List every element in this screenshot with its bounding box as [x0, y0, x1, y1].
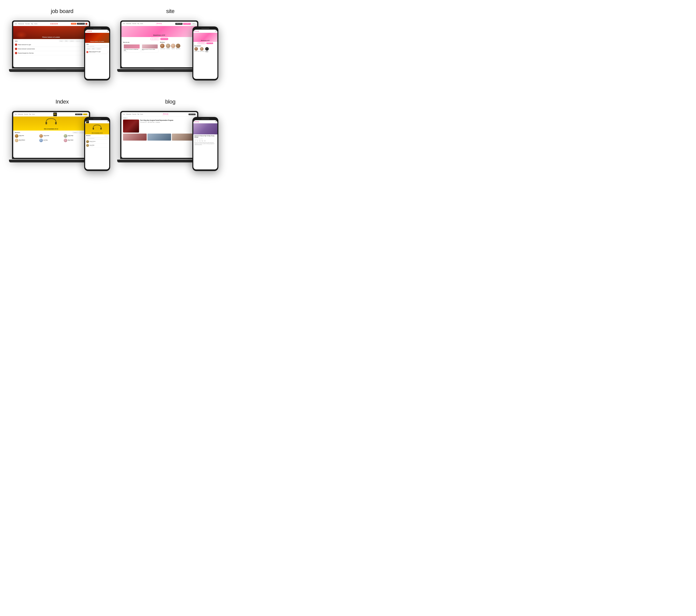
site-member-avatar-3[interactable] [171, 44, 175, 48]
idx-nav-jobs[interactable]: Jobs [15, 114, 17, 115]
idx-member-av-3 [64, 134, 67, 138]
list-item[interactable]: Herman Conner DJ · Events DJ [86, 140, 108, 144]
site-nav-professionals[interactable]: Professionals [126, 23, 131, 24]
table-row[interactable]: Physical therapist for a Part time Part … [15, 51, 88, 55]
ph-idx-brand: DJ [86, 120, 89, 123]
jb-filter-location[interactable]: Location ▾ [69, 40, 75, 42]
idx-member-name-3: Polly Ortega [68, 135, 73, 136]
jb-hero: Fitness trainers of London [13, 26, 89, 39]
ph-site-member-av-2[interactable] [200, 47, 204, 51]
jb-nav-blog[interactable]: Blog [31, 23, 33, 25]
idx-member-sub-3: DJ · LA [68, 136, 73, 137]
jb-nav-recruiters[interactable]: Recruiters [26, 23, 30, 25]
jb-user-avatar[interactable] [85, 23, 88, 25]
idx-signup-button[interactable]: SIGN UP [83, 114, 88, 115]
blog-nav-blog[interactable]: Blog [138, 114, 139, 115]
ph-blog-facebook-icon[interactable]: f [194, 140, 196, 142]
ph-idx-member-info-2: Jorge Valdez DJ · Events DJ [90, 145, 94, 146]
site-member-avatar-4[interactable] [176, 44, 180, 48]
idx-nav-professionals[interactable]: Professionals [18, 114, 23, 115]
ph-blog-email-icon[interactable]: ✉ [204, 140, 206, 142]
site-job-card-2[interactable]: Makeup artist for TV show on BBC MORE [141, 44, 159, 52]
list-item[interactable]: Edwin Ortiz DJ · LA [15, 134, 38, 138]
ph-jb-menu-icon[interactable]: ≡ [107, 30, 108, 32]
idx-category-filter[interactable]: Category ▾ [73, 132, 78, 133]
jb-nav-jobs[interactable]: Jobs [15, 23, 17, 25]
list-item[interactable]: Polly Ortega DJ · LA [64, 134, 88, 138]
blog-card-1[interactable] [123, 133, 147, 141]
jb-filter-scope[interactable]: Scope ▾ [59, 40, 64, 42]
site-join-button[interactable]: JOIN COMMUNITY [183, 23, 191, 25]
ph-idx-search[interactable]: Search professional [86, 137, 108, 139]
list-item[interactable]: Barry Roberts DJ · LA [15, 139, 38, 142]
jb-job-logo-3 [15, 52, 17, 54]
ph-jb-filter-skills[interactable]: Skills ▾ [91, 48, 95, 50]
site-job-card-1[interactable]: Acrylic Nail Technician for GIDAS Nail s… [123, 44, 140, 52]
ph-blog-brand: Beauty [194, 121, 199, 123]
blog-nav-professionals[interactable]: Professionals [126, 114, 131, 115]
idx-create-button[interactable]: CREATE JOB AD [75, 114, 82, 115]
table-row[interactable]: Pilates instructor for a gym Full time [15, 43, 88, 47]
blog-nav-events[interactable]: Events [140, 114, 143, 115]
idx-member-av-5 [39, 139, 43, 142]
ph-idx-member-name-1: Herman Conner [90, 141, 96, 142]
blog-featured-content: The 6 Step Non Surgical Facial Rejuvenat… [140, 119, 173, 133]
list-item[interactable]: Bryan Taylor DJ · LA [64, 139, 88, 142]
site-recruit-button[interactable]: RECRUIT HERE [160, 38, 168, 40]
ph-blog-menu-icon[interactable]: ≡ [215, 121, 216, 123]
laptop-notch-blog [154, 160, 164, 160]
idx-member-info-4: Barry Roberts DJ · LA [19, 140, 25, 141]
ph-site-member-av-1[interactable] [194, 47, 198, 51]
ph-site-member-av-3[interactable] [205, 47, 209, 51]
idx-member-info-3: Polly Ortega DJ · LA [68, 135, 73, 137]
list-item[interactable]: Jorge Valdez DJ · Events DJ [86, 144, 108, 147]
jb-nav-events[interactable]: Events [34, 23, 37, 25]
site-login-button[interactable]: LOGIN [191, 23, 195, 25]
jb-upgrade-button[interactable]: UPGRADE [71, 23, 77, 25]
site-create-button[interactable]: CREATE JOB AD [175, 23, 182, 25]
phone-notch-blog [201, 118, 209, 119]
blog-main: Category ▾ The 6 Step Non Surgical Facia… [122, 116, 197, 142]
ph-idx-menu-icon[interactable]: ≡ [107, 121, 108, 123]
idx-nav-recruiters[interactable]: Recruiters [24, 114, 29, 115]
blog-create-button[interactable]: CREATE JOB AD [189, 114, 195, 115]
ph-jb-search[interactable]: Search professional [86, 46, 108, 47]
site-member-avatar-1[interactable] [160, 44, 164, 48]
table-row[interactable]: Fitness instructor / personal trainer Fu… [15, 47, 88, 51]
site-members-label: Members [160, 42, 195, 43]
list-item[interactable]: Theresa Hale DJ · LA [39, 134, 63, 138]
ph-jb-filter-scope[interactable]: Scope ▾ [86, 48, 91, 50]
site-nav: Jobs Professionals Recruiters Blog Event… [122, 22, 197, 26]
ph-site-recruit-button[interactable]: RECRUIT HERE [206, 43, 213, 44]
idx-member-name-4: Barry Roberts [19, 140, 25, 141]
idx-headphone-icon [45, 117, 57, 125]
ph-jb-filter-location[interactable]: Location ▾ [96, 48, 101, 50]
site-nav-blog[interactable]: Blog [138, 23, 139, 24]
ph-site-join-button[interactable]: JOIN COMMUNITY [197, 43, 206, 44]
jb-jobs-header: Jobs Scope ▾ Skills ▾ Location ▾ Search … [15, 40, 88, 42]
site-nav-recruiters[interactable]: Recruiters [132, 23, 137, 24]
blog-category[interactable]: Category ▾ [123, 117, 195, 118]
ph-blog-linkedin-icon[interactable]: in [199, 140, 201, 142]
site-nav-jobs[interactable]: Jobs [123, 23, 125, 24]
idx-nav-events[interactable]: Events [32, 114, 35, 115]
ph-jb-jobs-label: Jobs [86, 44, 108, 45]
blog-nav-recruiters[interactable]: Recruiters [132, 114, 137, 115]
ph-site-menu-icon[interactable]: ≡ [215, 30, 216, 32]
blog-card-3[interactable] [172, 133, 195, 141]
laptop-job-board: Jobs Professionals Recruiters Blog Event… [12, 20, 90, 72]
site-nav-events[interactable]: Events [140, 23, 143, 24]
ph-blog-google-icon[interactable]: G+ [202, 140, 203, 142]
blog-nav-jobs[interactable]: Jobs [123, 114, 125, 115]
jb-filter-skills[interactable]: Skills ▾ [64, 40, 68, 42]
list-item[interactable]: Lou Yang DJ · LA [39, 139, 63, 142]
idx-nav-blog[interactable]: Blog [29, 114, 31, 115]
list-item[interactable]: Pilates instructor for a gym Posted: 26 … [86, 50, 108, 54]
jb-nav-professionals[interactable]: Professionals [18, 23, 24, 25]
ph-blog-twitter-icon[interactable]: t [197, 140, 198, 142]
site-member-avatar-2[interactable] [166, 44, 170, 48]
site-join-community-button[interactable]: JOIN COMMUNITY [150, 38, 160, 40]
jb-create-button[interactable]: CREATE JOB Ad [77, 23, 85, 25]
ph-idx-category-label[interactable]: Category ▾ [105, 135, 108, 136]
blog-card-2[interactable] [147, 133, 171, 141]
